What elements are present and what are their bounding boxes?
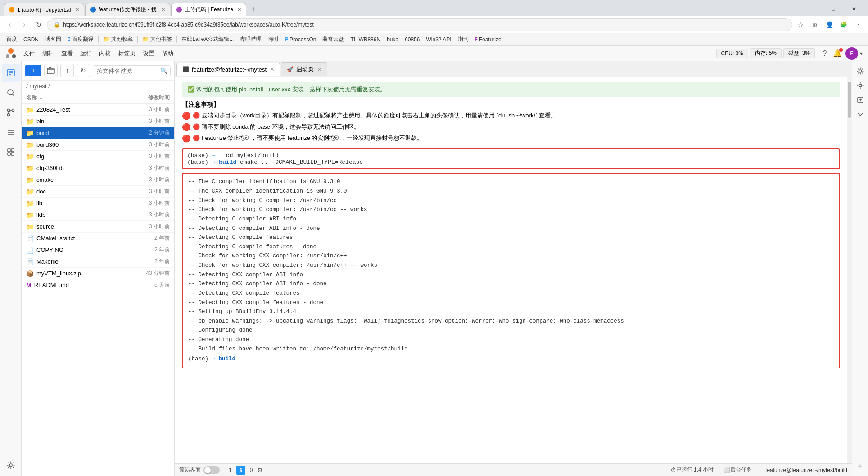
minimize-btn[interactable]: ─ [802,3,823,15]
bookmark-cloud[interactable]: 曲奇云盘 [320,35,347,44]
help-icon-btn[interactable]: ? [818,47,831,60]
launcher-tab-close[interactable]: ✕ [317,67,321,72]
launcher-tab[interactable]: 🚀 启动页 ✕ [281,62,327,76]
bookmark-win32[interactable]: Win32 API [424,36,454,44]
file-item[interactable]: 📁 lib 3 小时前 [22,198,174,209]
file-item[interactable]: 📄 Makefile 2 年前 [22,256,174,268]
menu-tabs[interactable]: 标签页 [114,48,139,59]
file-item[interactable]: 📁 lldb 3 小时前 [22,209,174,221]
browser-tab-active[interactable]: 🟣 上传代码 | Featurize ✕ [171,3,246,16]
right-panel-btn-4[interactable] [854,108,867,121]
file-item[interactable]: 📁 220824_Test 3 小时前 [22,104,174,116]
profile-btn[interactable]: 👤 [823,18,836,31]
sidebar-icon-settings-bottom[interactable] [2,456,20,474]
maximize-btn[interactable]: □ [823,3,844,15]
sidebar-icon-git[interactable] [2,103,20,121]
running-time-text: 已运行 1.4 小时 [676,466,714,474]
file-item[interactable]: 📁 bin 3 小时前 [22,116,174,127]
file-item[interactable]: 📁 cfg-360Lib 3 小时前 [22,162,174,174]
file-search-input[interactable] [93,65,171,76]
new-folder-btn[interactable] [44,64,58,77]
address-bar[interactable]: 🔒 https://workspace.featurize.cn/f091ff9… [47,18,792,31]
file-name: doc [36,188,134,195]
new-file-btn[interactable]: + [25,65,41,76]
file-item[interactable]: 📁 cfg 3 小时前 [22,151,174,162]
file-item[interactable]: 📁 source 3 小时前 [22,221,174,233]
file-item[interactable]: 📦 myVTM_linux.zip 43 分钟前 [22,268,174,279]
browser-tab-search[interactable]: 🔵 featurize传文件很慢 - 搜索 ✕ [85,3,170,16]
file-item-selected[interactable]: 📁 build 2 分钟前 [22,127,174,139]
notice-title: 【注意事项】 [182,101,840,109]
menu-view[interactable]: 查看 [58,48,77,59]
right-panel-add-btn[interactable]: + [854,460,867,472]
upload-btn[interactable]: ↑ [60,64,74,77]
col-name-header[interactable]: 名称 ▲ [26,94,134,102]
notification-btn[interactable]: 🔔 [831,47,844,60]
bookmark-latex[interactable]: 在线LaTeX公式编辑... [179,35,236,44]
star-btn[interactable]: ☆ [794,18,807,31]
file-item[interactable]: 📄 CMakeLists.txt 2 年前 [22,233,174,244]
bookmark-blog[interactable]: 博客园 [42,35,64,44]
menu-settings[interactable]: 设置 [139,48,158,59]
svg-rect-16 [11,149,14,152]
sidebar-icon-search[interactable] [2,84,20,102]
terminal-tab-active[interactable]: ⬛ featurize@featurize:~/mytest ✕ [176,63,280,76]
more-btn[interactable]: ⊕ [809,18,821,31]
bookmark-translate[interactable]: B 百度翻译 [65,35,96,44]
status-settings-icon[interactable]: ⚙ [257,467,263,474]
sidebar-icon-files[interactable] [2,64,20,82]
output-line-16: -- Configuring done [188,326,834,335]
extensions-btn[interactable]: 🧩 [837,18,850,31]
tab2-favicon: 🔵 [90,7,96,13]
right-panel-btn-2[interactable] [854,79,867,92]
bookmark-sep2 [137,36,138,43]
bookmark-featurize[interactable]: F Featurize [472,36,504,44]
sidebar-icon-list[interactable] [2,123,20,141]
tab3-close-btn[interactable]: ✕ [237,7,241,13]
bookmark-journal[interactable]: 期刊 [455,35,471,44]
menu-edit[interactable]: 编辑 [39,48,58,59]
file-item[interactable]: 📄 COPYING 2 年前 [22,244,174,256]
right-panel-btn-3[interactable] [854,94,867,106]
menu-kernel[interactable]: 内核 [95,48,114,59]
file-item[interactable]: 📁 doc 3 小时前 [22,186,174,198]
right-panel-btn-1[interactable] [854,65,867,77]
avatar-btn[interactable]: F [845,47,858,60]
bookmark-bilibili[interactable]: 哔哩哔哩 [237,35,264,44]
menu-run[interactable]: 运行 [77,48,95,59]
simple-mode-toggle[interactable]: 简易界面 [179,466,220,474]
file-item[interactable]: 📁 cmake 3 小时前 [22,174,174,186]
bookmark-csdn[interactable]: CSDN [21,36,41,44]
status-dollar-icon[interactable]: $ [236,466,245,475]
forward-btn[interactable]: › [18,18,31,31]
bookmark-baidu[interactable]: 百度 [4,35,20,44]
bookmark-router[interactable]: TL-WR886N [348,36,383,44]
menu-dots-btn[interactable]: ⋮ [852,18,864,31]
notice-text-2: 🔴 请不要删除 conda 的 base 环境，这会导致无法访问工作区。 [193,123,360,131]
account-menu-btn[interactable]: ▾ [858,50,864,57]
bookmark-other2[interactable]: 📁 其他书签 [140,35,175,44]
toggle-switch[interactable] [203,466,220,474]
bookmark-hai[interactable]: 嗨时 [265,35,281,44]
bookmark-other1[interactable]: 📁 其他收藏 [100,35,136,44]
bookmark-processon[interactable]: P ProcessOn [282,36,319,44]
bookmark-60856[interactable]: 60856 [402,36,422,44]
terminal-scroll-area[interactable]: ✅ 常用的包可使用 pip install --user xxx 安装，这样下次… [175,77,852,463]
menu-help[interactable]: 帮助 [158,48,177,59]
close-btn[interactable]: ✕ [844,3,864,15]
back-btn[interactable]: ‹ [4,18,16,31]
terminal-tab-close[interactable]: ✕ [270,67,274,72]
menu-file[interactable]: 文件 [20,48,39,59]
new-tab-btn[interactable]: + [247,3,260,15]
file-item[interactable]: 📁 build360 3 小时前 [22,139,174,151]
scrollbar-thumb[interactable] [848,82,851,118]
refresh-btn[interactable]: ↻ [77,64,90,77]
file-item[interactable]: M README.md 6 天前 [22,279,174,291]
reload-btn[interactable]: ↻ [32,18,45,31]
tab2-close-btn[interactable]: ✕ [161,7,165,13]
bookmark-buka[interactable]: buka [384,36,401,44]
browser-tab-jupyter[interactable]: 🟠 1 (auto-K) - JupyterLab ✕ [4,3,84,16]
sidebar-icon-extensions[interactable] [2,143,20,161]
terminal-scrollbar[interactable] [847,77,852,463]
tab-close-btn[interactable]: ✕ [75,7,79,13]
